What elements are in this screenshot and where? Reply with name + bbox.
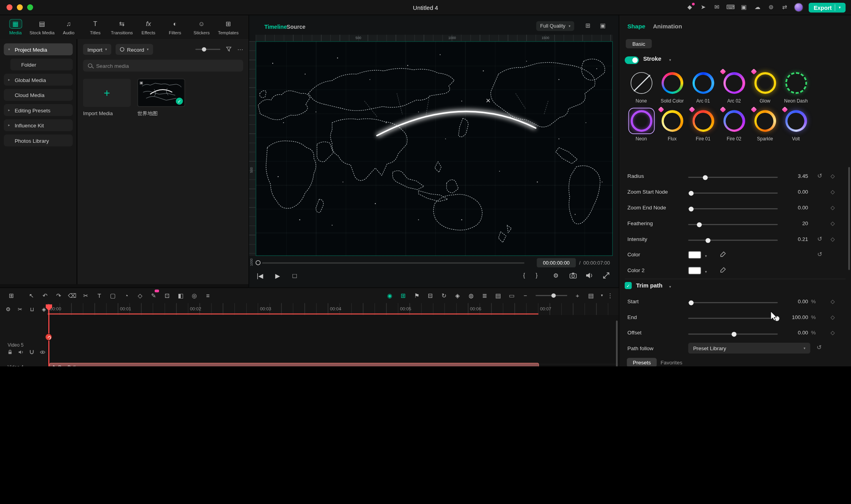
promotion-icon[interactable]: ◆ — [686, 4, 694, 11]
stroke-preset-glow[interactable]: Glow — [750, 71, 780, 104]
tab-audio[interactable]: ♫Audio — [55, 19, 82, 35]
slider-thumb[interactable] — [703, 175, 708, 179]
keyframe-icon[interactable]: ◇ — [830, 220, 835, 226]
tab-favorites[interactable]: Favorites — [660, 358, 682, 367]
slider-thumb[interactable] — [689, 190, 694, 195]
stroke-preset-flux[interactable]: Flux — [657, 108, 688, 142]
cloud-icon[interactable]: ☁ — [754, 4, 762, 11]
quality-dropdown[interactable]: Full Quality▾ — [536, 21, 574, 31]
eyedropper-icon[interactable] — [720, 251, 726, 259]
playhead-handle[interactable] — [256, 260, 261, 265]
stroke-preset-fire-01[interactable]: Fire 01 — [688, 108, 718, 142]
stroke-preset-fire-02[interactable]: Fire 02 — [719, 108, 750, 142]
notification-icon[interactable]: ⊚ — [767, 4, 775, 11]
path-follow-dropdown[interactable]: Preset Library▾ — [688, 343, 810, 354]
slider-thumb[interactable] — [689, 206, 694, 211]
chevron-down-icon[interactable]: ▾ — [669, 58, 671, 62]
slider-thumb[interactable] — [202, 47, 206, 52]
search-input[interactable] — [96, 63, 238, 69]
tab-timeline[interactable]: Timeline — [264, 24, 287, 30]
media-item-world-map[interactable]: ▣ ✓ 世界地图 — [137, 78, 185, 117]
delete-icon[interactable]: ⌫ — [66, 290, 78, 301]
layout-icon[interactable]: ▤ — [585, 290, 597, 301]
pen-path-icon[interactable]: ✎ — [148, 290, 159, 301]
motion-track-icon[interactable]: ◎ — [188, 290, 200, 301]
slider-thumb[interactable] — [732, 332, 737, 336]
tab-stickers[interactable]: ☺Stickers — [188, 19, 215, 35]
fullscreen-icon[interactable] — [603, 272, 610, 279]
slider-thumb[interactable] — [551, 293, 556, 298]
play-button[interactable]: ▶ — [275, 272, 280, 280]
stroke-preset-none[interactable]: None — [626, 71, 656, 104]
more-icon[interactable]: ⋮ — [607, 290, 613, 301]
keyframe-icon[interactable]: ◇ — [830, 173, 835, 179]
feedback-icon[interactable]: ✉ — [713, 4, 721, 11]
reset-icon[interactable]: ↺ — [817, 251, 822, 258]
track-menu-icon[interactable]: ⊞ — [6, 290, 17, 301]
reset-icon[interactable]: ↺ — [817, 235, 822, 243]
export-button[interactable]: Export ▾ — [809, 2, 845, 12]
stroke-preset-solid-color[interactable]: Solid Color — [657, 71, 688, 104]
color2-swatch[interactable] — [688, 267, 701, 274]
reset-icon[interactable]: ↺ — [817, 344, 822, 351]
reset-icon[interactable]: ↺ — [817, 172, 822, 179]
sidebar-item-project-media[interactable]: ▾Project Media — [4, 43, 73, 55]
tab-source[interactable]: Source — [287, 24, 306, 30]
tab-titles[interactable]: TTitles — [82, 19, 109, 35]
sidebar-item-influence-kit[interactable]: ▸Influence Kit — [4, 119, 73, 131]
timeline-lanes[interactable]: ✎Pen Path ▣世界地图 ▣Back BG Media 06 — [48, 315, 619, 366]
keyframe-icon[interactable]: ◇ — [830, 236, 835, 242]
keyframe-icon[interactable]: ◇ — [830, 189, 835, 195]
minimize-window-button[interactable] — [17, 4, 23, 10]
tab-stock-media[interactable]: ▤Stock Media — [29, 19, 55, 35]
keyframe-icon[interactable]: ◇ — [830, 314, 835, 320]
stroke-preset-arc-01[interactable]: Arc 01 — [688, 71, 718, 104]
undo-icon[interactable]: ↶ — [39, 290, 51, 301]
magnet-icon[interactable]: ⊔ — [27, 305, 37, 314]
sidebar-item-photos-library[interactable]: Photos Library — [4, 134, 73, 146]
filmstrip-icon[interactable]: ▤ — [492, 290, 504, 301]
slider-thumb[interactable] — [689, 300, 694, 305]
snapshot-icon[interactable] — [569, 272, 577, 279]
tab-animation[interactable]: Animation — [653, 23, 682, 30]
tab-media[interactable]: ▦Media — [2, 19, 29, 35]
pointer-tool-icon[interactable]: ↖ — [26, 290, 37, 301]
workspace-icon[interactable]: ⇄ — [781, 4, 789, 11]
avatar[interactable] — [794, 3, 803, 12]
slider-thumb[interactable] — [775, 316, 780, 321]
voiceover-icon[interactable]: ◍ — [465, 290, 477, 301]
mask-icon[interactable]: ◧ — [175, 290, 187, 301]
stroke-preset-neon-dash[interactable]: Neon Dash — [780, 71, 811, 104]
zoom-out-icon[interactable]: − — [519, 290, 531, 301]
visibility-icon[interactable] — [39, 349, 45, 355]
keyframe-icon[interactable]: ◇ — [830, 204, 835, 210]
keyframe-icon[interactable]: ◇ — [134, 290, 146, 301]
basic-section-button[interactable]: Basic — [626, 39, 652, 48]
slider-thumb[interactable] — [706, 238, 710, 243]
import-dropdown[interactable]: Import▾ — [83, 44, 111, 55]
record-dropdown[interactable]: Record▾ — [116, 44, 153, 55]
collapse-caret-icon[interactable]: ▾ — [599, 290, 605, 301]
text-tool-icon[interactable]: T — [94, 290, 105, 301]
playhead-marker[interactable] — [45, 334, 52, 341]
render-toggle-icon[interactable]: ◉ — [384, 290, 396, 301]
add-media-icon[interactable]: ⊟ — [424, 290, 436, 301]
stroke-toggle[interactable] — [625, 56, 639, 64]
slider-thumb[interactable] — [697, 222, 701, 227]
sidebar-item-cloud-media[interactable]: Cloud Media — [4, 89, 73, 101]
keyframe-icon[interactable]: ◇ — [830, 330, 835, 336]
marker-icon[interactable]: ⚑ — [411, 290, 423, 301]
tab-filters[interactable]: ◐Filters — [162, 19, 188, 35]
sidebar-item-global-media[interactable]: ▸Global Media — [4, 74, 73, 86]
zoom-window-button[interactable] — [27, 4, 33, 10]
speed-icon[interactable]: ◔ — [120, 290, 132, 301]
trim-path-checkbox[interactable]: ✓ — [625, 282, 632, 289]
timeline-zoom-slider[interactable] — [536, 295, 567, 296]
trim-end-slider[interactable] — [688, 318, 778, 319]
volume-icon[interactable] — [586, 272, 593, 279]
grid-overlay-icon[interactable]: ⊞ — [585, 22, 590, 29]
clip-pen-path[interactable]: ✎Pen Path — [49, 363, 539, 366]
magnet-icon[interactable] — [29, 349, 35, 355]
tab-shape[interactable]: Shape — [628, 23, 645, 30]
tab-templates[interactable]: ⊞Templates — [215, 19, 242, 35]
